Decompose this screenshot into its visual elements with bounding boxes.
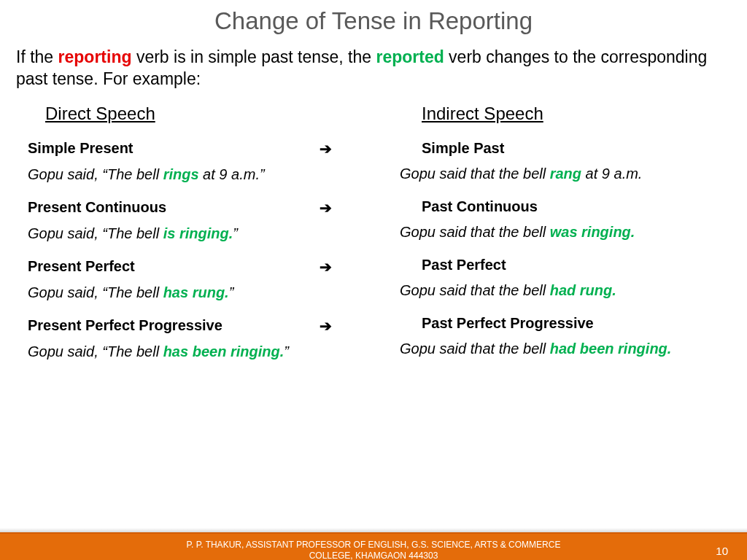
tense-label: Simple Present	[28, 140, 320, 158]
tense-label: Present Perfect	[28, 258, 320, 276]
indirect-speech-column: Indirect Speech Simple Past Gopu said th…	[400, 104, 731, 376]
tense-row: Past Perfect Progressive	[400, 315, 731, 332]
example-text-pre: Gopu said that the bell	[400, 341, 550, 357]
tense-row: Present Perfect Progressive➔	[28, 317, 400, 335]
indirect-speech-header: Indirect Speech	[400, 104, 731, 124]
intro-reporting-word: reporting	[58, 47, 132, 66]
slide: Change of Tense in Reporting If the repo…	[0, 7, 747, 560]
example-text-post: at 9 a.m.	[581, 166, 642, 182]
example-text-pre: Gopu said that the bell	[400, 282, 550, 298]
columns-wrapper: Direct Speech Simple Present➔ Gopu said,…	[0, 104, 747, 376]
example-row: Gopu said, “The bell has rung.”	[28, 284, 400, 301]
example-text-pre: Gopu said that the bell	[400, 166, 550, 182]
example-verb: was ringing.	[550, 224, 635, 240]
example-text-pre: Gopu said, “The bell	[28, 284, 163, 300]
arrow-icon: ➔	[320, 258, 363, 276]
intro-reported-word: reported	[376, 47, 444, 66]
example-text-pre: Gopu said, “The bell	[28, 225, 163, 241]
intro-text-2: verb is in simple past tense, the	[132, 47, 376, 66]
tense-row: Past Continuous	[400, 198, 731, 215]
arrow-icon: ➔	[320, 317, 363, 335]
example-verb: had rung.	[550, 282, 616, 298]
example-row: Gopu said that the bell had rung.	[400, 282, 731, 299]
arrow-icon: ➔	[320, 140, 363, 158]
page-number: 10	[716, 545, 728, 557]
example-verb: had been ringing.	[550, 341, 672, 357]
tense-row: Present Perfect➔	[28, 258, 400, 276]
tense-label: Present Perfect Progressive	[28, 317, 320, 335]
example-verb: is ringing.	[163, 225, 233, 241]
example-row: Gopu said that the bell rang at 9 a.m.	[400, 166, 731, 182]
example-row: Gopu said that the bell had been ringing…	[400, 341, 731, 357]
example-verb: has been ringing.	[163, 343, 285, 359]
example-verb: has rung.	[163, 284, 229, 300]
footer-bar: P. P. THAKUR, ASSISTANT PROFESSOR OF ENG…	[0, 532, 747, 560]
direct-speech-header: Direct Speech	[28, 104, 400, 124]
tense-row: Simple Past	[400, 140, 731, 157]
example-text-pre: Gopu said, “The bell	[28, 166, 163, 182]
slide-title: Change of Tense in Reporting	[0, 7, 747, 35]
example-text-post: ”	[233, 225, 238, 241]
example-row: Gopu said, “The bell rings at 9 a.m.”	[28, 166, 400, 183]
example-row: Gopu said, “The bell has been ringing.”	[28, 343, 400, 360]
intro-paragraph: If the reporting verb is in simple past …	[0, 47, 747, 90]
example-text-pre: Gopu said that the bell	[400, 224, 550, 240]
example-row: Gopu said, “The bell is ringing.”	[28, 225, 400, 242]
intro-text-1: If the	[16, 47, 58, 66]
arrow-icon: ➔	[320, 199, 363, 217]
example-row: Gopu said that the bell was ringing.	[400, 224, 731, 241]
example-verb: rings	[163, 166, 199, 182]
example-text-post: ”	[229, 284, 234, 300]
example-text-pre: Gopu said, “The bell	[28, 343, 163, 359]
example-text-post: at 9 a.m.”	[199, 166, 265, 182]
tense-row: Present Continuous➔	[28, 199, 400, 217]
tense-label: Present Continuous	[28, 199, 320, 217]
example-verb: rang	[550, 166, 581, 182]
example-text-post: ”	[284, 343, 289, 359]
tense-row: Simple Present➔	[28, 140, 400, 158]
tense-row: Past Perfect	[400, 257, 731, 273]
direct-speech-column: Direct Speech Simple Present➔ Gopu said,…	[28, 104, 400, 376]
footer-text: P. P. THAKUR, ASSISTANT PROFESSOR OF ENG…	[184, 540, 563, 560]
